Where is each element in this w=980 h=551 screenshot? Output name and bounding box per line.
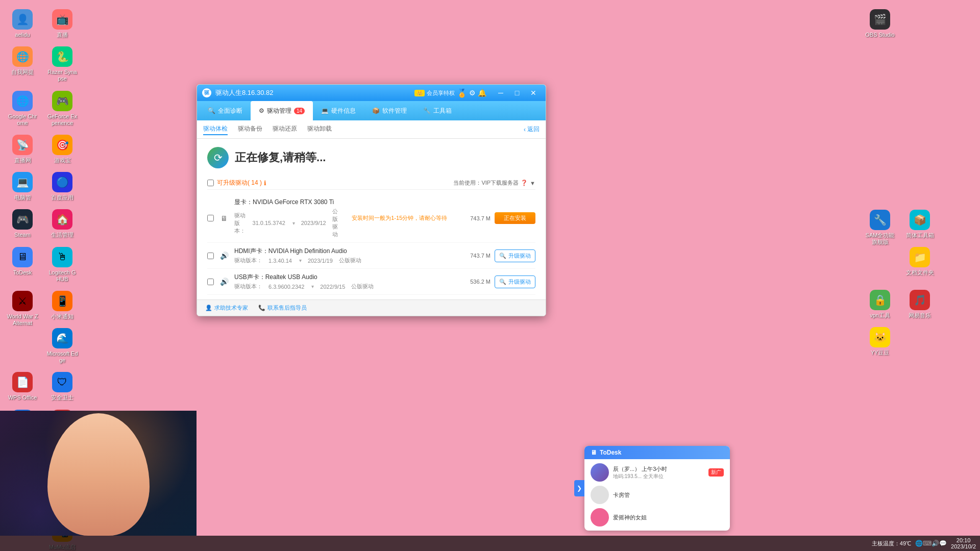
- usb-version-row: 驱动版本： 6.3.9600.2342 ▾ 2022/9/15 公版驱动: [234, 283, 453, 290]
- icon-razer[interactable]: 🐍 Razer Synapse: [44, 44, 80, 84]
- tab-hardware[interactable]: 💻 硬件信息: [313, 101, 364, 120]
- todesk-expand-button[interactable]: ❯: [574, 480, 584, 496]
- hdmi-version-dropdown[interactable]: ▾: [299, 258, 302, 263]
- icon-img: 📦: [910, 210, 930, 230]
- usb-version-dropdown[interactable]: ▾: [311, 284, 314, 289]
- icon-worldwar[interactable]: ⚔ World War Z Alternat: [5, 289, 40, 329]
- todesk-new-badge: 新广: [708, 468, 724, 477]
- icon-label: 网易音乐: [909, 312, 931, 319]
- app-window: 驱 驱动人生8.16.30.82 👑 会员享特权 🏅 ⚙ 🔔 ─ □ ✕ 🔍 全…: [197, 84, 546, 316]
- subtab-backup[interactable]: 驱动备份: [238, 123, 262, 135]
- icon-wangyiyinyue[interactable]: 🎵 网易音乐: [902, 288, 938, 321]
- camera-panel: [0, 411, 197, 536]
- icon-logitech[interactable]: 🖱 Logitech G HUB: [44, 245, 80, 285]
- contact-link[interactable]: 📞 联系售后指导员: [258, 304, 307, 312]
- taskbar-date-value: 2023/10/2: [951, 543, 976, 549]
- taskbar-time-value: 20:10: [951, 537, 976, 543]
- icon-yydoudou[interactable]: 🐱 YY豆豆: [862, 325, 898, 358]
- icon-aelidu[interactable]: 👤 aelidu: [5, 7, 40, 40]
- icon-img: 👤: [12, 9, 33, 30]
- usb-info: USB声卡：Realtek USB Audio 驱动版本： 6.3.9600.2…: [234, 273, 453, 290]
- icon-jianti[interactable]: 📦 简体工具箱: [902, 208, 938, 241]
- usb-checkbox[interactable]: [207, 279, 214, 285]
- icon-wps[interactable]: 📄 WPS Office: [5, 370, 40, 403]
- gpu-install-button[interactable]: 正在安装: [495, 212, 535, 224]
- phone-icon: 📞: [258, 305, 265, 311]
- icon-label: OBS Studio: [865, 32, 894, 38]
- icon-sam[interactable]: 🔧 SAM全功能旗舰版: [862, 208, 898, 247]
- search-icon: 🔍: [499, 253, 506, 259]
- icon-img: 🔵: [52, 172, 72, 192]
- icon-steam[interactable]: 🎮 Steam: [5, 207, 40, 240]
- icon-diannao[interactable]: 💻 电脑管: [5, 170, 40, 203]
- icon-edge[interactable]: 🌊 Microsoft Edge: [44, 326, 80, 366]
- usb-icon: 🔊: [218, 276, 230, 288]
- usb-type: 公版驱动: [351, 283, 374, 290]
- icon-img: 💻: [12, 172, 33, 192]
- icon-img: 🎵: [910, 290, 930, 310]
- usb-version: 6.3.9600.2342: [268, 284, 304, 290]
- gpu-note: 安装时间一般为1-15分钟，请耐心等待: [346, 214, 454, 222]
- icon-img: 📡: [12, 135, 33, 155]
- gpu-checkbox[interactable]: [207, 215, 214, 221]
- subtab-uninstall[interactable]: 驱动卸载: [307, 123, 332, 135]
- diagnose-icon: 🔍: [208, 107, 215, 114]
- icon-img: 🔧: [870, 210, 890, 230]
- icon-vpn[interactable]: 🔒 vpn工具: [862, 288, 898, 321]
- info-icon: ℹ: [264, 180, 266, 187]
- subtab-update[interactable]: 驱动还原: [273, 123, 297, 135]
- taskbar-right: 主板温度：49℃ 🌐⌨🔊💬 20:10 2023/10/2: [872, 537, 976, 549]
- back-button[interactable]: ‹ 返回: [524, 123, 540, 135]
- icon-label: 简体工具箱: [906, 232, 934, 239]
- icon-label: vpn工具: [870, 312, 890, 319]
- todesk-row-2: 卡房管: [591, 486, 724, 504]
- icon-xiaomi[interactable]: 📱 小米通知: [44, 289, 80, 322]
- icon-baidu[interactable]: 🔵 百度应用: [44, 170, 80, 203]
- hdmi-icon: 🔊: [218, 249, 230, 262]
- subtab-detect[interactable]: 驱动体检: [203, 123, 228, 135]
- tab-software[interactable]: 📦 软件管理: [364, 101, 415, 120]
- icon-todesk[interactable]: 🖥 ToDesk: [5, 245, 40, 278]
- tab-tools[interactable]: 🔧 工具箱: [415, 101, 460, 120]
- icon-label: aelidu: [15, 32, 30, 38]
- icon-obs[interactable]: 🎬 OBS Studio: [862, 7, 898, 40]
- hdmi-checkbox[interactable]: [207, 253, 214, 259]
- close-button[interactable]: ✕: [526, 87, 541, 98]
- hdmi-size: 743.7 M: [457, 253, 491, 259]
- tab-diagnose[interactable]: 🔍 全面诊断: [200, 101, 251, 120]
- icon-shenghuoguan[interactable]: 🏠 生活管理: [44, 207, 80, 240]
- version-dropdown[interactable]: ▾: [292, 220, 295, 226]
- driver-badge: 14: [294, 108, 305, 114]
- icon-label: 直播: [57, 32, 68, 38]
- icon-chrome[interactable]: 🌐 Google Chrome: [5, 89, 40, 129]
- todesk-avatar-2: [591, 486, 609, 504]
- icon-zhibo[interactable]: 📺 直播: [44, 7, 80, 40]
- tools-icon: 🔧: [423, 107, 431, 114]
- window-body: ⟳ 正在修复,请稍等... 可升级驱动( 14 ) ℹ 当前使用：VIP下载服务…: [197, 139, 546, 316]
- maximize-button[interactable]: □: [510, 87, 524, 98]
- hdmi-upgrade-button[interactable]: 🔍 升级驱动: [495, 249, 535, 262]
- todesk-title: ToDesk: [600, 449, 621, 456]
- icon-label: 生活管理: [51, 232, 74, 238]
- hdmi-type: 公版驱动: [339, 257, 361, 264]
- icon-wendang[interactable]: 📁 文档文件夹: [902, 245, 938, 278]
- taskbar: 主板温度：49℃ 🌐⌨🔊💬 20:10 2023/10/2: [0, 536, 980, 551]
- icon-img: 📁: [910, 247, 930, 267]
- usb-upgrade-button[interactable]: 🔍 升级驱动: [495, 276, 535, 288]
- minimize-button[interactable]: ─: [494, 87, 508, 98]
- icon-zhubowang[interactable]: 📡 直播网: [5, 133, 40, 166]
- bell-icon: 🔔: [478, 89, 486, 97]
- taskbar-icons: 🌐⌨🔊💬: [915, 540, 947, 547]
- tab-driver-mgmt[interactable]: ⚙ 驱动管理 14: [251, 101, 313, 120]
- driver-row-gpu: 🖥 显卡：NVIDIA GeForce RTX 3080 Ti 驱动版本： 31…: [207, 194, 535, 243]
- subtabs: 驱动体检 驱动备份 驱动还原 驱动卸载 ‹ 返回: [197, 120, 546, 139]
- tech-support-link[interactable]: 👤 求助技术专家: [205, 304, 248, 312]
- icon-ziwonet[interactable]: 🌐 自我网提: [5, 44, 40, 78]
- select-all-checkbox[interactable]: [207, 180, 214, 186]
- icon-geforce[interactable]: 🎮 GeForce Experience: [44, 89, 80, 129]
- collapse-icon[interactable]: ▼: [530, 180, 535, 186]
- icon-youxibao[interactable]: 🎯 游戏宝: [44, 133, 80, 166]
- icon-anquanwei[interactable]: 🛡 安全卫士: [44, 370, 80, 403]
- contact-label: 联系售后指导员: [267, 304, 307, 312]
- hdmi-version-row: 驱动版本： 1.3.40.14 ▾ 2023/1/19 公版驱动: [234, 257, 453, 264]
